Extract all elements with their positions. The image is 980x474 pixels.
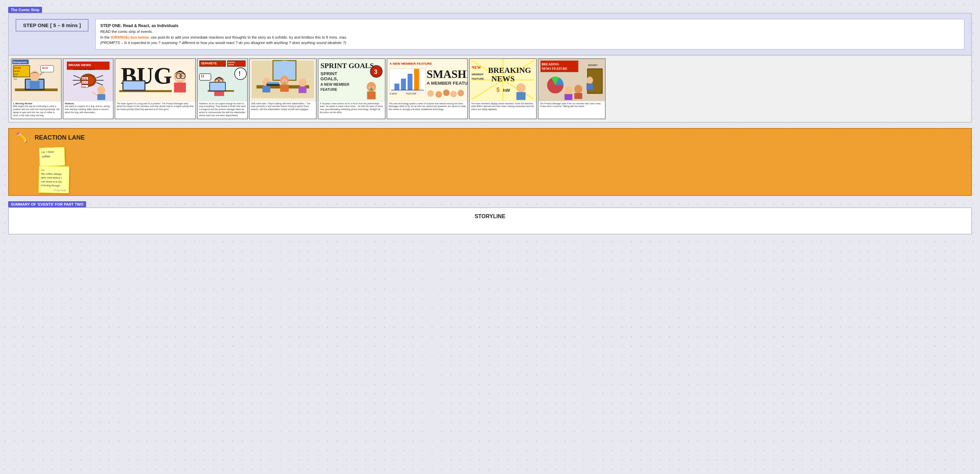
svg-rect-63 (210, 82, 225, 90)
reaction-lane-title: REACTION LANE (35, 134, 966, 141)
panel-6-text: A 'Surprise' move arrives as it's a focu… (320, 102, 383, 114)
sticky-note-2[interactable]: i.e.My coffee always gets cold before I … (38, 166, 69, 193)
panel-1-text: Billie begins the day by continuing to s… (13, 105, 60, 116)
summary-section: STORYLINE (8, 208, 972, 235)
svg-rect-131 (517, 92, 526, 100)
panel-4-caption: However, as it's not urgent enough for t… (198, 101, 247, 119)
svg-text:!!: !! (201, 74, 204, 79)
panel-4-image: SEPARETE BISUAL NEWS ! (198, 59, 247, 101)
panel-6-caption: A 'Surprise' move arrives as it's a focu… (318, 101, 385, 119)
svg-rect-100 (395, 83, 399, 90)
step-one-box: STEP ONE [ 5 – 8 mins ] (16, 19, 89, 32)
svg-text:Background: Background (13, 61, 27, 63)
svg-text:3: 3 (374, 68, 377, 75)
svg-rect-146 (587, 83, 593, 90)
svg-rect-72 (262, 86, 270, 92)
svg-text:A NEW MEMBER: A NEW MEMBER (320, 82, 350, 86)
pencil-icon: ✏️ (16, 132, 27, 143)
comic-panel-6: SPRINT GOALS SPRINT GOALS, 3 A NEW MEMBE… (318, 58, 385, 119)
instruction-title: STEP ONE. Read & React, as Individuals (100, 23, 959, 29)
svg-rect-144 (574, 93, 582, 98)
svg-text:DOOR?: DOOR? (588, 64, 598, 67)
panel-7-text: This new technology sparks a wave of sur… (388, 102, 466, 111)
svg-text:new member feature: new member feature (73, 68, 94, 70)
sticky-note-2-text: i.e.My coffee always gets cold before I … (41, 168, 62, 187)
svg-point-111 (443, 89, 450, 96)
comic-panel-3: BUG (115, 58, 196, 119)
svg-rect-44 (174, 82, 186, 92)
svg-text:bug: bug (83, 86, 86, 87)
svg-text:!: ! (239, 70, 240, 77)
panel-9-text: The Product Manager asks if the our memb… (540, 102, 601, 108)
svg-text:BUG: BUG (42, 67, 48, 70)
sticky-note-1-text: i.e. I love coffee. (41, 150, 54, 158)
sticky-note-1[interactable]: i.e. I love coffee. (39, 147, 65, 166)
panel-3-caption: The team agrees it's a bug and it's a pr… (115, 101, 195, 119)
svg-text:BUG: BUG (14, 76, 18, 78)
panel-5-image (250, 59, 316, 101)
page-container: The Comic Strip STEP ONE [ 5 – 8 mins ] … (0, 0, 980, 241)
panel-5-text: ONE week later, They're talking with the… (251, 102, 310, 111)
svg-text:BUG: BUG (83, 81, 88, 83)
svg-rect-142 (565, 94, 573, 100)
svg-text:SMASHING: SMASHING (426, 68, 467, 80)
svg-text:NEWS: NEWS (228, 64, 234, 66)
svg-point-110 (435, 91, 442, 97)
instruction-line2-prefix: In the (100, 35, 111, 39)
svg-text:SPRINT: SPRINT (320, 71, 337, 76)
panel-1-image: Background BUG (11, 59, 61, 101)
comic-panel-9: BREADING NEWS FEATURE DOOR? (538, 58, 606, 119)
svg-point-34 (97, 86, 105, 94)
instruction-orange: (ORANGE) box below, (111, 35, 150, 39)
svg-text:BRAND NEWS: BRAND NEWS (68, 63, 91, 67)
panel-1-caption: 1. Morning Review Billie begins the day … (11, 101, 61, 119)
svg-rect-47 (123, 81, 145, 89)
svg-text:BUG: BUG (83, 78, 88, 80)
svg-point-78 (283, 78, 286, 81)
panel-6-image: SPRINT GOALS SPRINT GOALS, 3 A NEW MEMBE… (318, 59, 385, 101)
instruction-prompts: (PROMPTS – Is it expected to you ? surpr… (100, 40, 959, 46)
svg-text:MEMBER: MEMBER (472, 73, 484, 76)
instruction-line2-suffix: use post-its to add your immediate react… (150, 35, 347, 39)
svg-rect-7 (30, 81, 40, 89)
svg-rect-74 (280, 84, 289, 92)
svg-point-113 (457, 90, 464, 96)
svg-point-96 (372, 86, 374, 89)
svg-point-112 (450, 90, 457, 97)
panel-4-text: However, as it's not urgent enough for t… (199, 102, 246, 117)
svg-rect-103 (414, 69, 419, 90)
svg-text:FEATURE: FEATURE (406, 92, 417, 95)
svg-text:FEATURE: FEATURE (320, 87, 337, 91)
instruction-line1: READ the comic strip of events. (100, 29, 959, 35)
svg-point-145 (587, 76, 593, 84)
panel-9-image: BREADING NEWS FEATURE DOOR? (538, 59, 605, 101)
panel-3-text: The team agrees it's a bug and it's a pr… (117, 102, 194, 111)
svg-text:SPRINT GOALS: SPRINT GOALS (320, 62, 374, 70)
comic-panel-7: A NEW MEMBER FEATURE A NEW FEATURE SMASH… (387, 58, 468, 119)
comic-strip-row: Background BUG (9, 55, 971, 122)
comic-strip-label: The Comic Strip (8, 7, 42, 13)
svg-text:BISUAL: BISUAL (228, 61, 235, 63)
panel-1-title: 1. Morning Review (13, 102, 32, 105)
svg-text:A NEW: A NEW (390, 92, 397, 95)
svg-text:A MEMBER FEATURE: A MEMBER FEATURE (426, 80, 467, 86)
sticky-note-2-author: Proxy Smith (41, 189, 67, 192)
panel-8-image: NEW MEMBER FEATURE BREAKING NEWS $ hW (470, 59, 536, 101)
panel-2-text: she starts to suspect it's a bug. And so… (65, 105, 110, 114)
svg-text:BREADING: BREADING (541, 62, 560, 66)
step-instruction-wrapper: STEP ONE [ 5 – 8 mins ] STEP ONE. Read &… (9, 14, 971, 55)
svg-point-143 (574, 85, 582, 93)
svg-point-77 (285, 80, 287, 82)
svg-text:NEWS FEATURE: NEWS FEATURE (541, 67, 567, 70)
comic-panel-1: Background BUG (11, 58, 62, 119)
panel-7-caption: This new technology sparks a wave of sur… (387, 101, 467, 119)
storyline-title: STORYLINE (14, 214, 966, 220)
svg-rect-102 (407, 73, 413, 90)
instruction-line2: In the (ORANGE) box below, use post-its … (100, 35, 959, 40)
svg-rect-82 (299, 86, 307, 93)
svg-rect-80 (267, 82, 279, 84)
comic-panel-2: BRAND NEWS new member feature (63, 58, 114, 119)
svg-text:NEWS: NEWS (14, 70, 20, 72)
svg-rect-101 (401, 79, 406, 90)
svg-rect-35 (97, 94, 105, 100)
